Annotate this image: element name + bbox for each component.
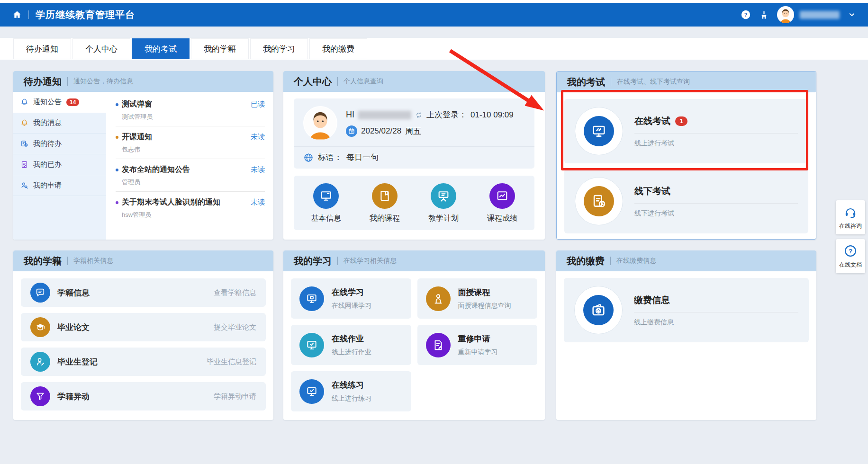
sidebar-item-notices[interactable]: 通知公告 14 [13, 92, 106, 113]
unread-dot [116, 169, 118, 171]
monitor-check-icon [299, 379, 324, 404]
notification-item[interactable]: 发布全站的通知公告 未读 管理员 [116, 159, 265, 192]
roll-change-item[interactable]: 学籍异动 学籍异动申请 [21, 382, 266, 410]
online-practice-item[interactable]: 在线练习 线上进行练习 [291, 371, 411, 411]
personal-body: HI 上次登录： 01-10 09:09 2025/02/28 周五 [283, 92, 545, 237]
card-divider [294, 146, 534, 147]
theme-brush-icon[interactable] [760, 10, 769, 19]
item-desc: 线上进行练习 [332, 394, 371, 403]
notification-status: 未读 [251, 165, 265, 174]
header-divider [28, 10, 29, 19]
payment-info-item[interactable]: 缴费信息 线上缴费信息 [564, 278, 809, 342]
offline-exam-item[interactable]: 线下考试 线下进行考试 [564, 169, 808, 233]
payment-body: 缴费信息 线上缴费信息 [556, 271, 816, 349]
monitor-play-icon [299, 286, 324, 311]
avatar[interactable] [777, 6, 794, 23]
roll-info-item[interactable]: 学籍信息 查看学籍信息 [21, 278, 266, 307]
notification-status: 未读 [251, 133, 265, 142]
notification-list: 测试弹窗 已读 测试管理员 开课通知 未读 包志伟 发布全站的通知公告 未读 [106, 92, 273, 240]
face-to-face-course-item[interactable]: 面授课程 面授课程信息查询 [417, 278, 538, 319]
panel-my-exam: 我的考试 在线考试、线下考试查询 在线考试 1 线上进行考试 [556, 71, 816, 240]
item-label: 毕业论文 [57, 322, 207, 333]
sidebar-item-my-done[interactable]: 我的已办 [13, 154, 106, 175]
online-homework-item[interactable]: 在线作业 线上进行作业 [291, 325, 411, 365]
panel-todo-notice: 待办通知 通知公告，待办信息 通知公告 14 我的消息 我的待办 我的已办 [13, 71, 273, 240]
app-title: 学历继续教育管理平台 [36, 9, 135, 21]
notification-author: hsw管理员 [122, 211, 265, 219]
tab-todo-notice[interactable]: 待办通知 [13, 38, 71, 59]
sidebar-item-my-applications[interactable]: 我的申请 [13, 175, 106, 196]
quick-action-basic-info[interactable]: 基本信息 [311, 183, 341, 223]
monitor-exam-icon [584, 116, 614, 146]
quick-action-label: 基本信息 [311, 214, 341, 223]
refresh-icon [415, 111, 423, 119]
bell-icon [20, 119, 28, 127]
panel-subtitle: 在线学习相关信息 [344, 257, 397, 265]
app-header: 学历继续教育管理平台 ? [0, 3, 868, 27]
wallet-icon [583, 295, 614, 325]
panel-subtitle: 在线考试、线下考试查询 [617, 78, 690, 86]
graduation-thesis-item[interactable]: 毕业论文 提交毕业论文 [21, 313, 266, 341]
notification-item[interactable]: 开课通知 未读 包志伟 [116, 126, 265, 159]
float-label: 在线咨询 [839, 222, 862, 230]
panel-title: 待办通知 [24, 75, 62, 88]
tab-my-roll[interactable]: 我的学籍 [191, 38, 249, 59]
notification-status: 未读 [251, 198, 265, 207]
panel-title-divider [610, 257, 611, 265]
graduate-registration-item[interactable]: 毕业生登记 毕业生信息登记 [21, 348, 266, 376]
quick-action-my-courses[interactable]: 我的课程 [370, 183, 400, 223]
quick-actions-card: 基本信息 我的课程 教学计划 课程成绩 [294, 176, 534, 230]
quick-action-label: 教学计划 [428, 214, 459, 223]
notification-title: 开课通知 [122, 132, 251, 142]
study-body: 在线学习 在线网课学习 面授课程 面授课程信息查询 在线作业 线上进行作业 重修… [283, 271, 545, 419]
quick-action-teaching-plan[interactable]: 教学计划 [428, 183, 459, 223]
online-docs-button[interactable]: ? 在线文档 [836, 239, 865, 273]
home-icon[interactable] [12, 10, 22, 19]
sidebar-item-label: 通知公告 [33, 98, 62, 107]
quick-action-label: 我的课程 [370, 214, 400, 223]
help-icon[interactable]: ? [741, 9, 751, 20]
panel-subtitle: 通知公告，待办信息 [73, 77, 133, 86]
exam-body: 在线考试 1 线上进行考试 线下考试 线下进行考试 [557, 92, 816, 240]
online-study-item[interactable]: 在线学习 在线网课学习 [291, 278, 411, 319]
greeting-text: HI [346, 110, 354, 120]
unread-dot [116, 201, 118, 204]
item-divider [634, 203, 798, 204]
quick-action-course-grades[interactable]: 课程成绩 [487, 183, 517, 223]
panel-header: 待办通知 通知公告，待办信息 [13, 71, 273, 92]
tab-personal-center[interactable]: 个人中心 [72, 38, 130, 59]
avatar[interactable] [303, 106, 337, 140]
panel-my-study: 我的学习 在线学习相关信息 在线学习 在线网课学习 面授课程 面授课程信息查询 … [283, 250, 545, 420]
notification-author: 管理员 [122, 178, 265, 187]
item-title: 面授课程 [458, 287, 511, 298]
panel-my-payment: 我的缴费 在线缴费信息 缴费信息 线上缴费信息 [556, 250, 816, 420]
todo-sidebar: 通知公告 14 我的消息 我的待办 我的已办 我的申请 [13, 92, 106, 240]
sidebar-item-my-messages[interactable]: 我的消息 [13, 113, 106, 134]
book-icon [372, 183, 398, 209]
notification-item[interactable]: 测试弹窗 已读 测试管理员 [116, 94, 265, 126]
current-date: 2025/02/28 [361, 126, 401, 136]
notification-item[interactable]: 关于期末考试人脸识别的通知 未读 hsw管理员 [116, 192, 265, 224]
tab-my-payment[interactable]: 我的缴费 [309, 38, 367, 59]
chevron-down-icon[interactable] [848, 11, 856, 18]
monitor-icon [313, 183, 339, 209]
online-exam-item[interactable]: 在线考试 1 线上进行考试 [564, 99, 808, 163]
item-action: 提交毕业论文 [214, 323, 256, 332]
panel-header: 个人中心 个人信息查询 [283, 71, 545, 92]
chart-icon [489, 183, 515, 209]
exam-count-badge: 1 [675, 116, 687, 126]
item-action: 学籍异动申请 [214, 392, 256, 401]
tab-my-study[interactable]: 我的学习 [250, 38, 308, 59]
online-consult-button[interactable]: 在线咨询 [836, 200, 865, 234]
header-left: 学历继续教育管理平台 [12, 9, 135, 21]
panel-title: 我的学习 [294, 255, 332, 268]
tab-my-exam[interactable]: 我的考试 [132, 38, 190, 59]
item-desc: 线下进行考试 [634, 209, 798, 218]
graduation-cap-icon [30, 317, 50, 337]
panel-title-divider [337, 257, 338, 265]
sidebar-item-my-todo[interactable]: 我的待办 [13, 134, 106, 154]
retake-application-item[interactable]: 重修申请 重新申请学习 [417, 325, 538, 365]
float-label: 在线文档 [839, 261, 862, 269]
notice-count-badge: 14 [66, 98, 79, 106]
item-desc: 线上缴费信息 [634, 318, 798, 327]
